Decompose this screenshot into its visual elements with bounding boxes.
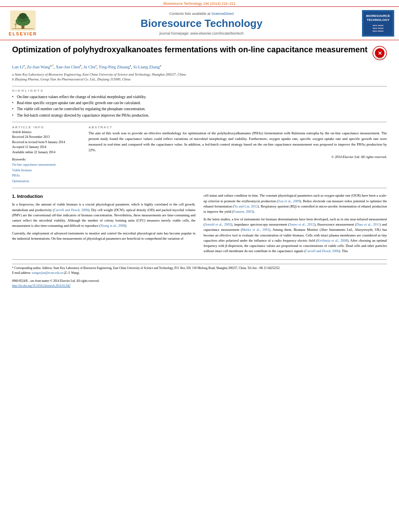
ref-kiviharju-2008[interactable]: Kiviharju et al., 2008: [317, 238, 348, 242]
article-info-col: ARTICLE INFO Article history: Received 2…: [12, 125, 80, 184]
ref-zhao-2011[interactable]: Zhao et al., 2011: [356, 222, 380, 226]
footnote-section: * Corresponding author. Address: State K…: [12, 264, 387, 275]
article-title-row: Optimization of polyhydroxyalkanoates fe…: [12, 44, 387, 60]
ref-carvell-dowd-2006[interactable]: Carvell and Dowd, 2006: [305, 249, 339, 253]
authors-line: Lan Lia, Ze-Jian Wanga,*, Xue-Jun Chenb,…: [12, 64, 387, 70]
body-col-left: 1. Introduction In a bioprocess, the amo…: [12, 193, 195, 256]
author-xuejun-chen[interactable]: Xue-Jun Chen: [56, 65, 80, 69]
footnote-corresponding: * Corresponding author. Address: State K…: [12, 266, 387, 271]
crossmark-icon: ✕ CrossMark: [372, 46, 387, 60]
email-link[interactable]: wangzejian@ecust.edu.cn: [32, 271, 63, 275]
issn-line: 0960-8524/$ – see front matter © 2014 El…: [12, 279, 387, 283]
svg-text:CrossMark: CrossMark: [375, 57, 385, 60]
sciencedirect-link: Contents lists available at ScienceDirec…: [45, 12, 358, 16]
highlight-item: On-line capacitance values reflect the c…: [12, 94, 387, 100]
keywords-list: On-line capacitance measurement Viable b…: [12, 162, 80, 184]
intro-heading: 1. Introduction: [12, 193, 195, 200]
abstract-text: The aim of this work was to provide an e…: [88, 131, 387, 153]
divider-footnote: [12, 259, 387, 260]
author-siliang-zhang[interactable]: Si-Liang Zhang: [133, 65, 160, 69]
body-para-3: cell status and culture condition in tim…: [204, 193, 387, 214]
author-ju-chu[interactable]: Ju Chu: [84, 65, 95, 69]
highlights-label: HIGHLIGHTS: [12, 89, 387, 92]
main-content: Optimization of polyhydroxyalkanoates fe…: [0, 40, 399, 292]
highlights-section: HIGHLIGHTS On-line capacitance values re…: [12, 89, 387, 119]
affiliation-b: b Zhejiang Pharma, Group Tian An Pharmac…: [12, 77, 387, 82]
abstract-copyright: © 2014 Elsevier Ltd. All rights reserved…: [88, 155, 387, 159]
keywords-label: Keywords:: [12, 158, 80, 161]
svg-text:✕: ✕: [378, 50, 382, 56]
ref-carvell-2006[interactable]: Carvell and Dowd, 2006: [54, 208, 88, 212]
svg-point-4: [19, 13, 27, 19]
divider-2: [12, 122, 387, 122]
highlight-item: The fed-batch control strategy directed …: [12, 113, 387, 119]
affiliation-a: a State Key Laboratory of Bioreactor Eng…: [12, 72, 387, 77]
ref-xiong-2008[interactable]: Xiong et al., 2008: [101, 224, 125, 228]
affiliations: a State Key Laboratory of Bioreactor Eng…: [12, 72, 387, 82]
ref-sarno-2012[interactable]: Sarno et al., 2012: [290, 222, 314, 226]
and-text: and: [382, 222, 387, 226]
article-history-label: Article history:: [12, 130, 80, 134]
elsevier-tree-icon: [9, 10, 37, 31]
body-para-1: In a bioprocess, the amount of viable bi…: [12, 202, 195, 228]
doi-link[interactable]: http://dx.doi.org/10.1016/j.biortech.201…: [12, 284, 70, 288]
article-info-label: ARTICLE INFO: [12, 125, 80, 129]
divider-3: [12, 188, 387, 188]
highlight-item: The viable cell number can be controlled…: [12, 106, 387, 112]
bioresource-logo: BIORESOURCE TECHNOLOGY ■■■ ■■■■ ■■■ ■■■■…: [362, 10, 394, 37]
footnote-email: E-mail address: wangzejian@ecust.edu.cn …: [12, 271, 387, 275]
journal-citation: Bioresource Technology 156 (2014) 216–22…: [0, 0, 399, 6]
divider-1: [12, 86, 387, 86]
ref-markx-1991[interactable]: Markx et al., 1991: [242, 228, 269, 232]
bottom-bar: 0960-8524/$ – see front matter © 2014 El…: [12, 279, 387, 288]
header-center: Contents lists available at ScienceDirec…: [45, 12, 358, 35]
elsevier-logo: ELSEVIER: [5, 10, 41, 36]
abstract-label: ABSTRACT: [88, 125, 387, 129]
ref-zou-2009[interactable]: Zou et al., 2009: [278, 199, 300, 203]
doi-line: http://dx.doi.org/10.1016/j.biortech.201…: [12, 283, 387, 288]
elsevier-wordmark: ELSEVIER: [9, 31, 37, 36]
abstract-section: ABSTRACT The aim of this work was to pro…: [88, 125, 387, 184]
body-section: 1. Introduction In a bioprocess, the amo…: [12, 193, 387, 256]
body-para-2: Currently, the employment of advanced in…: [12, 231, 195, 241]
body-col-right: cell status and culture condition in tim…: [204, 193, 387, 256]
svg-point-6: [14, 23, 16, 25]
sciencedirect-anchor[interactable]: ScienceDirect: [212, 12, 234, 16]
info-abstract-row: ARTICLE INFO Article history: Received 2…: [12, 125, 387, 184]
ref-franzen-2003[interactable]: Franzen, 2003: [233, 210, 253, 214]
ref-arnold-2002[interactable]: Arnold et al., 2002: [205, 222, 231, 226]
journal-header: ELSEVIER Contents lists available at Sci…: [0, 6, 399, 40]
highlights-list: On-line capacitance values reflect the c…: [12, 94, 387, 119]
citation-text: Bioresource Technology 156 (2014) 216–22…: [163, 2, 235, 6]
highlight-item: Real-time specific oxygen uptake rate an…: [12, 100, 387, 106]
ref-yu-lin-2012[interactable]: Yu and Lin, 2012: [234, 204, 258, 208]
article-dates: Received 24 November 2013 Received in re…: [12, 135, 80, 155]
journal-homepage: journal homepage: www.elsevier.com/locat…: [45, 31, 358, 35]
journal-title: Bioresource Technology: [45, 17, 358, 30]
author-lan-li[interactable]: Lan Li: [12, 65, 23, 69]
article-title: Optimization of polyhydroxyalkanoates fe…: [12, 44, 368, 55]
author-zejian-wang[interactable]: Ze-Jian Wang: [27, 65, 50, 69]
author-yingping-zhuang[interactable]: Ying-Ping Zhuang: [99, 65, 130, 69]
body-para-4: In the latest studies, a few of instrume…: [204, 217, 387, 254]
